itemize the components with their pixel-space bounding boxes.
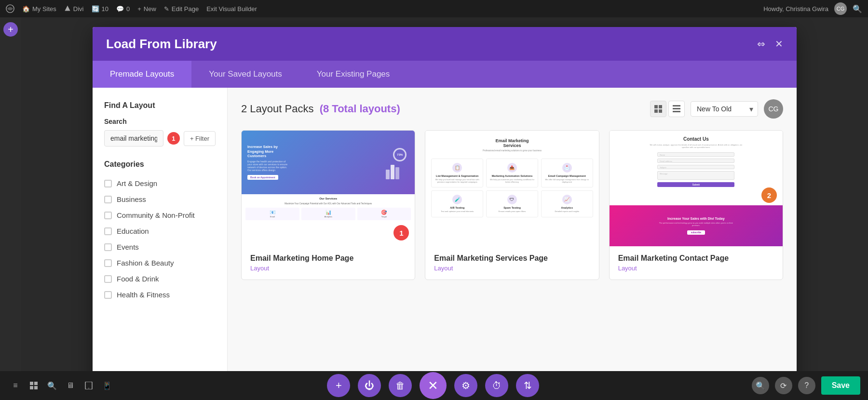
close-builder-button[interactable]: ✕ bbox=[420, 372, 447, 399]
zoom-button[interactable]: 🔍 bbox=[752, 377, 769, 394]
user-avatar[interactable]: CG bbox=[764, 99, 783, 119]
layout-card-contact[interactable]: Contact Us We will review, analyze, appr… bbox=[609, 130, 783, 280]
modal-title: Load From Library bbox=[106, 37, 757, 52]
svg-rect-3 bbox=[659, 105, 662, 108]
comments-item[interactable]: 💬 0 bbox=[116, 5, 130, 13]
category-checkbox-events[interactable] bbox=[104, 243, 112, 251]
add-content-button[interactable]: + bbox=[327, 374, 350, 397]
search-label: Search bbox=[104, 118, 216, 125]
category-business[interactable]: Business bbox=[104, 191, 216, 207]
wp-logo[interactable] bbox=[6, 4, 14, 13]
my-sites-label: My Sites bbox=[32, 5, 56, 13]
exit-builder-label: Exit Visual Builder bbox=[206, 5, 257, 13]
adjust-icon[interactable]: ⇔ bbox=[757, 38, 765, 50]
power-button[interactable]: ⏻ bbox=[358, 374, 381, 397]
card-badge-2: 2 bbox=[761, 187, 777, 203]
hamburger-button[interactable]: ≡ bbox=[7, 377, 24, 394]
card-type-services: Layout bbox=[434, 265, 590, 272]
history-button[interactable]: ⏱ bbox=[485, 374, 508, 397]
svg-rect-5 bbox=[659, 109, 662, 113]
bottom-toolbar: ≡ 🔍 🖥 📱 + ⏻ 🗑 ✕ ⚙ ⏱ bbox=[0, 371, 868, 400]
howdy-label: Howdy, Christina Gwira bbox=[763, 5, 828, 13]
svg-rect-4 bbox=[654, 109, 658, 113]
mobile-button[interactable]: 📱 bbox=[98, 377, 116, 394]
category-label-fashion: Fashion & Beauty bbox=[117, 259, 174, 267]
divi-item[interactable]: Divi bbox=[64, 5, 84, 13]
category-community[interactable]: Community & Non-Profit bbox=[104, 207, 216, 223]
category-art-design[interactable]: Art & Design bbox=[104, 175, 216, 191]
category-checkbox-education[interactable] bbox=[104, 227, 112, 235]
modal-header-actions: ⇔ ✕ bbox=[757, 38, 783, 50]
category-checkbox-art-design[interactable] bbox=[104, 180, 112, 187]
desktop-button[interactable]: 🖥 bbox=[62, 377, 79, 394]
svg-rect-11 bbox=[30, 386, 33, 389]
sort-wrap: New To Old Old To New A to Z Z to A bbox=[691, 101, 758, 117]
category-checkbox-fashion[interactable] bbox=[104, 259, 112, 267]
category-food[interactable]: Food & Drink bbox=[104, 271, 216, 287]
modal-tabs: Premade Layouts Your Saved Layouts Your … bbox=[93, 61, 797, 88]
search-row: 1 + Filter bbox=[104, 130, 216, 147]
new-item[interactable]: + New bbox=[137, 5, 156, 13]
admin-avatar[interactable]: CG bbox=[834, 2, 847, 15]
refresh-button[interactable]: ⟳ bbox=[775, 377, 792, 394]
search-input-wrap bbox=[104, 130, 163, 147]
comments-icon: 💬 bbox=[116, 5, 124, 13]
tablet-button[interactable] bbox=[80, 377, 97, 394]
tab-saved-layouts[interactable]: Your Saved Layouts bbox=[191, 61, 299, 88]
category-label-community: Community & Non-Profit bbox=[117, 211, 195, 219]
tab-existing-pages[interactable]: Your Existing Pages bbox=[299, 61, 407, 88]
admin-bar-right: Howdy, Christina Gwira CG 🔍 bbox=[763, 2, 862, 15]
settings-button[interactable]: ⚙ bbox=[454, 374, 477, 397]
category-label-health: Health & Fitness bbox=[117, 291, 170, 299]
view-toggle bbox=[650, 101, 685, 117]
card-name-home: Email Marketing Home Page bbox=[250, 254, 406, 263]
svg-rect-6 bbox=[673, 105, 680, 107]
layout-card-services[interactable]: Email Marketing Services Professional em… bbox=[425, 130, 599, 280]
category-label-education: Education bbox=[117, 227, 149, 235]
search-tool-button[interactable]: 🔍 bbox=[43, 377, 61, 394]
search-input[interactable] bbox=[104, 130, 163, 147]
updates-item[interactable]: 🔄 10 bbox=[92, 5, 108, 13]
save-button[interactable]: Save bbox=[821, 376, 860, 395]
category-checkbox-community[interactable] bbox=[104, 212, 112, 219]
load-from-library-modal: Load From Library ⇔ ✕ Premade Layouts Yo… bbox=[93, 27, 797, 393]
layout-grid: Increase Sales by Engaging More Customer… bbox=[241, 130, 783, 280]
new-label: New bbox=[144, 5, 156, 13]
grid-view-button[interactable] bbox=[650, 101, 666, 117]
delete-button[interactable]: 🗑 bbox=[389, 374, 412, 397]
svg-rect-2 bbox=[654, 105, 658, 108]
svg-rect-12 bbox=[34, 386, 38, 389]
card-name-services: Email Marketing Services Page bbox=[434, 254, 590, 263]
svg-rect-7 bbox=[673, 108, 680, 109]
layout-card-home[interactable]: Increase Sales by Engaging More Customer… bbox=[241, 130, 415, 280]
category-checkbox-food[interactable] bbox=[104, 275, 112, 283]
grid-button[interactable] bbox=[25, 377, 42, 394]
edit-page-item[interactable]: ✎ Edit Page bbox=[164, 5, 199, 13]
edit-icon: ✎ bbox=[164, 5, 169, 13]
category-education[interactable]: Education bbox=[104, 223, 216, 239]
category-health[interactable]: Health & Fitness bbox=[104, 287, 216, 303]
category-label-art-design: Art & Design bbox=[117, 179, 157, 187]
exit-builder-item[interactable]: Exit Visual Builder bbox=[206, 5, 257, 13]
filter-button[interactable]: + Filter bbox=[184, 131, 216, 146]
my-sites-item[interactable]: 🏠 My Sites bbox=[22, 5, 56, 13]
layout-options-button[interactable]: ⇅ bbox=[516, 374, 539, 397]
category-checkbox-health[interactable] bbox=[104, 291, 112, 299]
howdy-text: Howdy, Christina Gwira bbox=[763, 5, 828, 13]
divi-add-button[interactable]: + bbox=[3, 22, 18, 37]
category-fashion[interactable]: Fashion & Beauty bbox=[104, 255, 216, 271]
page-background: + Load From Library ⇔ ✕ Premade Layouts … bbox=[0, 17, 868, 400]
close-icon[interactable]: ✕ bbox=[775, 38, 783, 50]
admin-search-icon[interactable]: 🔍 bbox=[853, 4, 862, 13]
updates-icon: 🔄 bbox=[92, 5, 99, 13]
admin-bar: 🏠 My Sites Divi 🔄 10 💬 0 + New ✎ Edit Pa… bbox=[0, 0, 868, 17]
category-events[interactable]: Events bbox=[104, 239, 216, 255]
category-checkbox-business[interactable] bbox=[104, 196, 112, 203]
comments-count: 0 bbox=[126, 5, 130, 13]
list-view-button[interactable] bbox=[668, 101, 685, 117]
filter-sidebar: Find A Layout Search 1 + Filter Categori… bbox=[93, 88, 228, 393]
help-button[interactable]: ? bbox=[798, 377, 815, 394]
card-preview-contact: Contact Us We will review, analyze, appr… bbox=[610, 131, 783, 246]
sort-select[interactable]: New To Old Old To New A to Z Z to A bbox=[691, 101, 758, 117]
tab-premade-layouts[interactable]: Premade Layouts bbox=[93, 61, 191, 88]
